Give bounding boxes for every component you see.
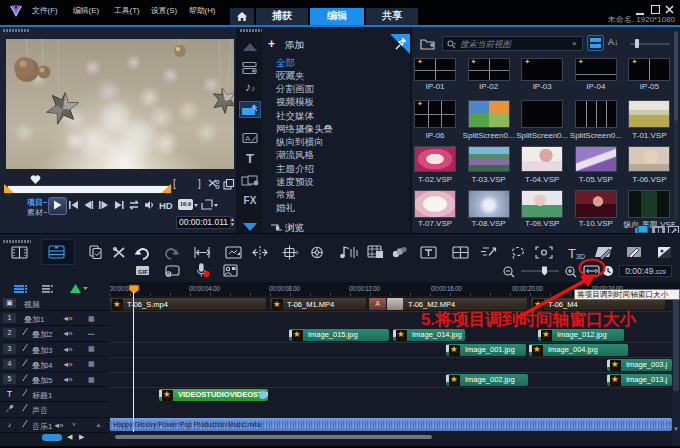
svg-text:A: A [245,134,251,143]
svg-text:GIF: GIF [138,269,148,275]
svg-text:HD: HD [159,200,173,210]
svg-text:T: T [568,246,576,261]
